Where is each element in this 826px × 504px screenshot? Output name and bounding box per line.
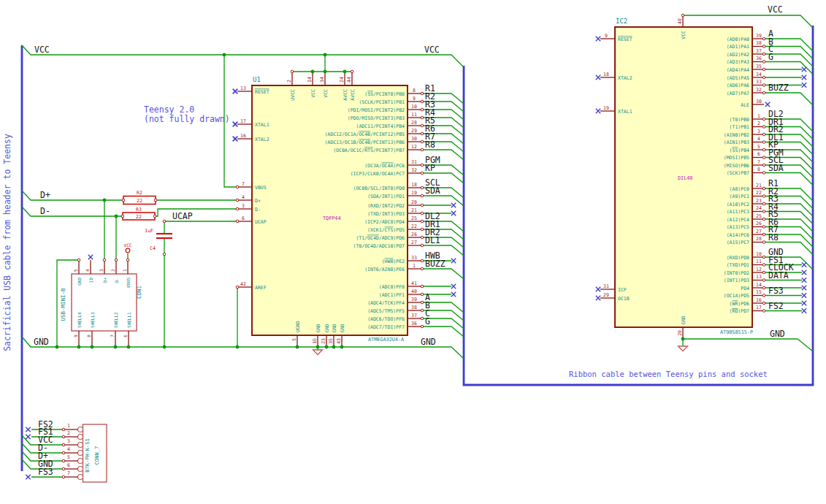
- pin-number: 14: [756, 282, 762, 288]
- note-text[interactable]: Teensy 2.0: [144, 104, 194, 115]
- note-text[interactable]: Ribbon cable between Teensy pins and soc…: [569, 370, 768, 378]
- u1-footprint: TQFP44: [323, 215, 341, 221]
- net-label-FS3[interactable]: FS3: [38, 467, 53, 477]
- pin-name: XTAL1: [255, 122, 269, 128]
- wire[interactable]: [683, 15, 813, 28]
- pin-number: 14: [307, 77, 313, 83]
- note-text[interactable]: Sacrificial USB cable from header to Tee…: [2, 134, 12, 351]
- pin-end-dot: [421, 194, 424, 197]
- component-r2[interactable]: R222: [123, 190, 156, 205]
- pin-number: 38: [411, 305, 417, 310]
- pin-end-dot: [236, 286, 239, 289]
- pin-end-dot: [236, 207, 239, 210]
- pin-end-dot: [762, 195, 765, 198]
- net-label-GND[interactable]: GND: [770, 329, 785, 339]
- net-label-VCC[interactable]: VCC: [768, 4, 783, 15]
- pin-number: 8: [757, 167, 760, 172]
- pin-name: (ADC5/TMS)PF5: [367, 308, 405, 314]
- pin-end-dot: [421, 267, 424, 270]
- net-label-DATA[interactable]: DATA: [768, 270, 789, 280]
- net-label-SDA[interactable]: SDA: [425, 186, 440, 196]
- pin-number: 2: [67, 430, 70, 436]
- pin-name: (ADC6/TDO)PF6: [367, 316, 405, 322]
- pin-number: 6: [757, 151, 760, 157]
- pin-end-dot: [762, 210, 765, 213]
- net-label-DL1[interactable]: DL1: [425, 235, 440, 245]
- no-connect-marker: [451, 284, 456, 289]
- net-label-GND[interactable]: GND: [34, 337, 49, 347]
- net-label-FS2[interactable]: FS2: [768, 301, 784, 311]
- pin-name: XTAL2: [255, 137, 269, 142]
- component-r3[interactable]: R322: [123, 207, 155, 221]
- pin-name: (MISO)PB6: [724, 163, 749, 169]
- pin-end-dot: [762, 233, 765, 236]
- pin-name: (RXD)PD0: [727, 255, 749, 261]
- net-label-SDA[interactable]: SDA: [768, 163, 784, 173]
- pin-end-dot: [762, 302, 765, 305]
- pin-end-dot: [126, 259, 129, 261]
- component-ic2[interactable]: IC2AT90S8515-PDIL409RESET18XTAL219XTAL13…: [596, 15, 806, 339]
- net-label-VCC[interactable]: VCC: [424, 45, 440, 55]
- pin-number: 20: [677, 330, 683, 336]
- con1-value: USB-MINI-B: [60, 288, 66, 321]
- pin-end-dot: [236, 199, 239, 202]
- pin-end-dot: [762, 187, 765, 190]
- wire[interactable]: [422, 269, 464, 279]
- pin-number: 26: [411, 232, 417, 237]
- pin-end-dot: [163, 220, 166, 223]
- net-label-G[interactable]: G: [768, 52, 773, 62]
- note-text[interactable]: (not fully drawn): [144, 114, 230, 124]
- net-label-BUZZ[interactable]: BUZZ: [425, 259, 445, 269]
- r3-value: 22: [136, 214, 142, 220]
- net-label-GND[interactable]: GND: [421, 337, 436, 347]
- pin-name: (ADC7/TDI)PF7: [367, 324, 405, 330]
- pin-name: XTAL1: [618, 109, 632, 115]
- pin-name: (SS/PCINT0)PB0: [364, 91, 405, 97]
- wire[interactable]: [764, 93, 813, 105]
- net-label-R8[interactable]: R8: [768, 232, 779, 243]
- pin-name: (A10)PC2: [727, 202, 749, 207]
- junction-dot: [223, 53, 226, 57]
- pin-number: 24: [339, 77, 345, 83]
- wire[interactable]: [422, 327, 464, 337]
- wire[interactable]: [22, 191, 123, 200]
- net-label-D-[interactable]: D-: [40, 206, 50, 216]
- wire[interactable]: [164, 221, 237, 233]
- ic2-footprint: DIL40: [678, 175, 692, 181]
- component-con1[interactable]: USB-MINI-BCON15GND4ID3D+2D-1VBUS9SHELL48…: [60, 260, 142, 345]
- net-label-D+[interactable]: D+: [40, 190, 50, 200]
- no-connect-marker: [596, 287, 600, 291]
- pin-number: 5: [757, 144, 760, 150]
- net-label-UCAP[interactable]: UCAP: [172, 211, 193, 221]
- wire[interactable]: [683, 339, 813, 351]
- component-u1[interactable]: U1ATMEGA32U4-ATQFP4413RESET17XTAL116XTAL…: [233, 72, 456, 347]
- net-label-KP[interactable]: KP: [425, 163, 435, 173]
- net-label-G[interactable]: G: [425, 316, 430, 327]
- conn7-pin-circle: [78, 427, 83, 432]
- vcc-power-symbol[interactable]: VCC: [124, 243, 132, 253]
- pin-name: (T1)PB1: [730, 124, 749, 130]
- schematic-canvas[interactable]: U1ATMEGA32U4-ATQFP4413RESET17XTAL116XTAL…: [0, 0, 826, 504]
- wire[interactable]: [155, 209, 237, 216]
- pin-name: (AD1)PA1: [727, 44, 749, 50]
- pin-number: 7: [67, 470, 70, 476]
- pin-number: 8: [86, 335, 91, 337]
- net-label-VCC[interactable]: VCC: [34, 45, 50, 55]
- net-label-R8[interactable]: R8: [425, 140, 435, 150]
- component-c4[interactable]: 1uFC4: [145, 228, 172, 251]
- pin-number: 34: [319, 77, 325, 83]
- wire[interactable]: [22, 207, 123, 216]
- wire[interactable]: [22, 45, 464, 67]
- net-label-BUZZ[interactable]: BUZZ: [768, 83, 789, 93]
- component-conn7[interactable]: B7K-PH-K-S1CONN_71FS22FS13VCC4D-5D+6GND7…: [26, 419, 107, 482]
- net-label-FS3[interactable]: FS3: [768, 286, 784, 296]
- pin-number: 23: [321, 338, 326, 344]
- pin-name: (ADC13/OC1B/OC4B/PCINT13)PB6: [324, 140, 405, 145]
- wire[interactable]: [422, 196, 464, 206]
- pin-number: 7: [110, 335, 115, 337]
- no-connect-marker: [451, 203, 456, 207]
- pin-name: GND: [681, 316, 687, 324]
- pin-number: 21: [411, 207, 417, 213]
- pin-end-dot: [762, 148, 765, 151]
- pin-end-dot: [421, 259, 424, 262]
